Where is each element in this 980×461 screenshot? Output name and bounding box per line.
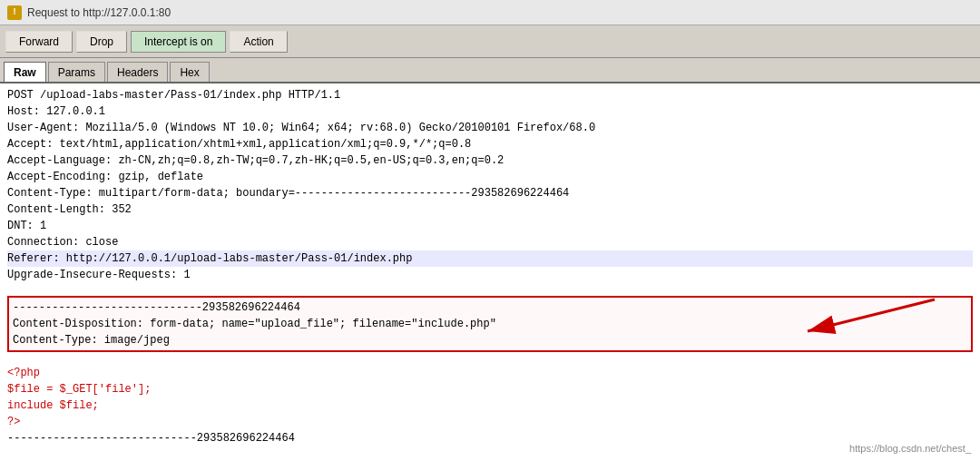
tab-params[interactable]: Params bbox=[48, 62, 105, 82]
tab-headers[interactable]: Headers bbox=[107, 62, 168, 82]
php-line-2: include $file; bbox=[7, 397, 973, 414]
request-line-7: Content-Length: 352 bbox=[7, 201, 973, 218]
tab-bar: Raw Params Headers Hex bbox=[0, 58, 980, 83]
request-line-0: POST /upload-labs-master/Pass-01/index.p… bbox=[7, 87, 973, 103]
request-line-6: Content-Type: multipart/form-data; bound… bbox=[7, 185, 973, 201]
highlight-line-2: Content-Type: image/jpeg bbox=[13, 332, 967, 348]
request-line-5: Accept-Encoding: gzip, deflate bbox=[7, 169, 973, 185]
drop-button[interactable]: Drop bbox=[76, 31, 127, 53]
request-content: POST /upload-labs-master/Pass-01/index.p… bbox=[0, 83, 980, 461]
highlight-line-1: Content-Disposition: form-data; name="up… bbox=[13, 316, 967, 332]
request-line-8: DNT: 1 bbox=[7, 218, 973, 234]
title-text: Request to http://127.0.0.1:80 bbox=[27, 6, 171, 19]
forward-button[interactable]: Forward bbox=[5, 31, 73, 53]
request-line-2: User-Agent: Mozilla/5.0 (Windows NT 10.0… bbox=[7, 120, 973, 136]
request-line-9: Connection: close bbox=[7, 234, 973, 250]
intercept-button[interactable]: Intercept is on bbox=[131, 31, 226, 53]
highlight-box: -----------------------------29358269622… bbox=[7, 296, 973, 352]
title-bar: ! Request to http://127.0.0.1:80 bbox=[0, 0, 980, 25]
request-line-11: Upgrade-Insecure-Requests: 1 bbox=[7, 267, 973, 283]
toolbar: Forward Drop Intercept is on Action bbox=[0, 25, 980, 58]
footer-line: -----------------------------29358269622… bbox=[7, 430, 973, 446]
tab-hex[interactable]: Hex bbox=[170, 62, 209, 82]
tab-raw[interactable]: Raw bbox=[4, 62, 46, 82]
title-icon: ! bbox=[7, 5, 22, 20]
request-line-10: Referer: http://127.0.0.1/upload-labs-ma… bbox=[7, 250, 973, 267]
request-line-4: Accept-Language: zh-CN,zh;q=0.8,zh-TW;q=… bbox=[7, 152, 973, 169]
php-line-3: ?> bbox=[7, 414, 973, 430]
request-line-3: Accept: text/html,application/xhtml+xml,… bbox=[7, 136, 973, 152]
highlight-line-0: -----------------------------29358269622… bbox=[13, 299, 967, 316]
php-line-1: $file = $_GET['file']; bbox=[7, 381, 973, 397]
request-line-1: Host: 127.0.0.1 bbox=[7, 103, 973, 120]
action-button[interactable]: Action bbox=[230, 31, 287, 53]
php-line-0: <?php bbox=[7, 365, 973, 381]
